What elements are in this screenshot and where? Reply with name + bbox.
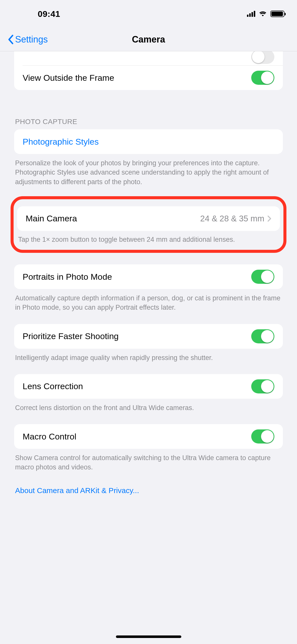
row-prioritize-faster-shooting[interactable]: Prioritize Faster Shooting xyxy=(14,324,283,349)
row-label: Prioritize Faster Shooting xyxy=(23,331,251,341)
toggle-prioritize[interactable] xyxy=(251,329,274,343)
chevron-right-icon xyxy=(267,215,271,222)
wifi-icon xyxy=(259,11,267,17)
row-label: Portraits in Photo Mode xyxy=(23,272,251,282)
row-label: Photographic Styles xyxy=(23,137,274,147)
prioritize-card: Prioritize Faster Shooting xyxy=(14,324,283,349)
photographic-styles-card: Photographic Styles xyxy=(14,129,283,154)
lens-correction-card: Lens Correction xyxy=(14,374,283,399)
macro-card: Macro Control xyxy=(14,424,283,449)
row-value: 24 & 28 & 35 mm xyxy=(200,214,264,223)
prioritize-description: Intelligently adapt image quality when r… xyxy=(14,349,283,363)
status-indicators xyxy=(247,11,284,17)
row-label: View Outside the Frame xyxy=(23,73,251,83)
back-button[interactable]: Settings xyxy=(8,34,48,45)
lens-correction-description: Correct lens distortion on the front and… xyxy=(14,399,283,413)
photographic-styles-description: Personalize the look of your photos by b… xyxy=(14,154,283,187)
toggle-hidden[interactable] xyxy=(251,51,274,64)
highlight-main-camera: Main Camera 24 & 28 & 35 mm Tap the 1× z… xyxy=(11,196,286,253)
row-label: Macro Control xyxy=(23,432,251,441)
macro-description: Show Camera control for automatically sw… xyxy=(14,449,283,472)
main-camera-description: Tap the 1× zoom button to toggle between… xyxy=(17,231,280,244)
cellular-icon xyxy=(247,11,255,17)
toggle-view-outside-frame[interactable] xyxy=(251,71,274,85)
home-indicator[interactable] xyxy=(116,635,181,638)
row-main-camera[interactable]: Main Camera 24 & 28 & 35 mm xyxy=(17,206,280,231)
status-bar: 09:41 xyxy=(0,0,297,28)
nav-bar: Settings Camera xyxy=(0,28,297,51)
portraits-card: Portraits in Photo Mode xyxy=(14,264,283,289)
toggle-macro[interactable] xyxy=(251,429,274,444)
row-view-outside-frame[interactable]: View Outside the Frame xyxy=(14,65,283,90)
portraits-description: Automatically capture depth information … xyxy=(14,289,283,312)
row-photographic-styles[interactable]: Photographic Styles xyxy=(14,129,283,154)
row-lens-correction[interactable]: Lens Correction xyxy=(14,374,283,399)
back-label: Settings xyxy=(15,34,48,45)
toggle-lens-correction[interactable] xyxy=(251,379,274,393)
row-label: Lens Correction xyxy=(23,381,251,391)
row-portraits-photo-mode[interactable]: Portraits in Photo Mode xyxy=(14,264,283,289)
status-time: 09:41 xyxy=(38,9,60,19)
section-header-photo-capture: PHOTO CAPTURE xyxy=(14,118,283,129)
toggle-portraits[interactable] xyxy=(251,270,274,284)
about-camera-privacy-link[interactable]: About Camera and ARKit & Privacy... xyxy=(14,486,283,495)
battery-icon xyxy=(270,11,284,17)
row-macro-control[interactable]: Macro Control xyxy=(14,424,283,449)
main-camera-card: Main Camera 24 & 28 & 35 mm xyxy=(17,206,280,231)
row-label: Main Camera xyxy=(26,214,200,223)
composition-card: View Outside the Frame xyxy=(14,51,283,90)
row-hidden-partial xyxy=(14,51,283,65)
chevron-left-icon xyxy=(8,35,14,44)
